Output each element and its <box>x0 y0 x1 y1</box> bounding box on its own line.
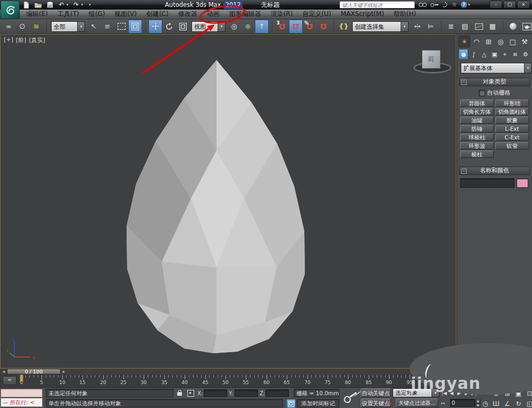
selection-filter-dropdown[interactable]: 全部 ▾ <box>51 21 85 32</box>
object-type-button-torus-knot[interactable]: 环形结 <box>495 99 529 107</box>
go-to-end-button[interactable]: ▶| <box>470 388 478 397</box>
menu-item-views[interactable]: 视图(V) <box>110 10 142 19</box>
material-editor-icon[interactable] <box>506 20 520 34</box>
panel-subtab-systems[interactable]: ⚙ <box>521 49 530 60</box>
key-filters-button[interactable]: 关键点过滤器... <box>396 398 438 407</box>
front-viewport[interactable]: [+] [前] [真实] <box>0 34 456 369</box>
teardrop-model[interactable] <box>1 35 456 368</box>
isolate-selection-icon[interactable] <box>286 399 296 408</box>
viewcube-face-label[interactable]: 前 <box>428 55 435 64</box>
select-and-scale-icon[interactable] <box>176 20 190 34</box>
select-and-link-icon[interactable]: ∞ <box>2 20 15 34</box>
select-and-manipulate-icon[interactable]: ⊕ <box>241 20 255 34</box>
next-frame-button[interactable]: ▶ <box>463 388 470 397</box>
listener-expand-icon[interactable]: < <box>30 398 34 406</box>
zoom-extents-icon[interactable]: ▣ <box>513 388 524 398</box>
close-button[interactable]: × <box>517 1 530 9</box>
play-button[interactable]: ▶ <box>455 388 463 397</box>
align-icon[interactable]: ⊨ <box>424 20 438 34</box>
go-to-start-button[interactable]: |◀ <box>440 388 448 397</box>
viewport-general-menu[interactable]: [+] <box>4 36 13 44</box>
maxscript-listener-line[interactable]: — 所在行: < <box>1 398 43 407</box>
menu-item-help[interactable]: 帮助(H) <box>389 10 421 19</box>
panel-subtab-helpers[interactable]: ⌖ <box>500 49 510 60</box>
menu-item-animation[interactable]: 动画 <box>202 10 225 19</box>
menu-item-modifiers[interactable]: 修改器 <box>173 10 202 19</box>
object-type-button-c-ext[interactable]: C-Ext <box>495 134 529 141</box>
object-type-button-ring-wave[interactable]: 环形波 <box>460 142 494 149</box>
select-and-rotate-icon[interactable] <box>162 20 176 34</box>
panel-subtab-lights[interactable]: △ <box>479 49 489 60</box>
graphite-ribbon-toggle-icon[interactable]: ▤ <box>458 20 472 34</box>
chevron-down-icon[interactable]: ▾ <box>218 22 225 31</box>
auto-key-button[interactable]: 自动关键点 <box>361 388 391 397</box>
menu-item-customize[interactable]: 自定义(U) <box>297 10 336 19</box>
x-coordinate-field[interactable] <box>204 389 227 397</box>
object-color-swatch[interactable] <box>517 179 528 188</box>
chevron-down-icon[interactable]: ▾ <box>401 22 408 31</box>
primitive-category-dropdown[interactable]: 扩展基本体 ▾ <box>461 63 532 73</box>
panel-subtab-cameras[interactable]: ▣ <box>489 49 499 60</box>
time-slider[interactable]: 0 / 100 <box>7 369 61 374</box>
zoom-icon[interactable]: ⊕ <box>491 388 502 398</box>
zoom-extents-all-icon[interactable]: ⊡ <box>524 388 532 398</box>
use-pivot-point-center-icon[interactable]: ◎ <box>227 20 241 34</box>
object-type-button-capsule[interactable]: 胶囊 <box>495 116 529 124</box>
name-color-rollout-header[interactable]: - 名称和颜色 <box>459 166 530 175</box>
menu-item-create[interactable]: 创建(C) <box>142 10 173 19</box>
current-frame-field[interactable] <box>450 399 475 407</box>
panel-tab-hierarchy[interactable]: ⊞ <box>483 36 494 47</box>
object-type-rollout-header[interactable]: - 对象类型 <box>459 78 530 86</box>
y-coordinate-field[interactable] <box>235 389 258 397</box>
panel-tab-create[interactable]: ☀ <box>459 36 470 47</box>
menu-item-rendering[interactable]: 渲染(R) <box>266 10 298 19</box>
panel-subtab-space-warps[interactable]: ≋ <box>510 49 520 60</box>
menu-item-edit[interactable]: 编辑(E) <box>21 10 53 19</box>
panel-tab-modify[interactable]: ◠ <box>471 36 483 47</box>
snap-toggle-3d-icon[interactable]: Ω3 <box>275 20 289 34</box>
redo-icon[interactable]: ↷ <box>72 1 80 9</box>
named-selection-sets-dropdown[interactable]: 创建选择集 ▾ <box>352 21 409 32</box>
pan-icon[interactable]: Ш <box>491 398 502 408</box>
key-filters-curve-icon[interactable]: ∿ <box>386 399 392 407</box>
rectangular-selection-region-icon[interactable] <box>114 20 128 34</box>
open-file-icon[interactable] <box>34 1 42 9</box>
curve-editor-icon[interactable] <box>472 20 486 34</box>
viewcube[interactable]: 前 <box>422 50 440 69</box>
selection-lock-icon[interactable] <box>177 392 182 396</box>
unlink-selection-icon[interactable]: ∅ <box>15 20 29 34</box>
set-keys-key-icon[interactable] <box>342 388 360 404</box>
time-slider-forward-button[interactable]: ▸ <box>61 369 66 374</box>
chevron-down-icon[interactable]: ▾ <box>77 22 85 31</box>
z-coordinate-field[interactable] <box>265 389 289 397</box>
object-type-button-hedra[interactable]: 异面体 <box>460 99 494 107</box>
track-bar[interactable]: ≈ 05101520253035404550556065707580859095… <box>0 374 532 388</box>
render-setup-icon[interactable] <box>520 20 532 34</box>
search-icon[interactable] <box>419 3 427 7</box>
bind-to-space-warp-icon[interactable]: ≋ <box>29 20 43 34</box>
orbit-icon[interactable]: ↻ <box>513 398 524 408</box>
collapse-icon[interactable]: - <box>461 80 467 85</box>
collapse-icon[interactable]: - <box>461 169 467 174</box>
edit-named-selection-sets-icon[interactable]: {} <box>337 20 351 34</box>
chevron-down-icon[interactable]: ▾ <box>524 63 531 73</box>
panel-tab-utilities[interactable]: ⚒ <box>519 36 530 47</box>
object-type-button-gengon[interactable]: 球棱柱 <box>460 134 494 141</box>
toolbar-options-icon[interactable]: ▾ <box>89 3 91 7</box>
percent-snap-icon[interactable]: Ω% <box>303 20 317 34</box>
help-dropdown-icon[interactable]: ▾ <box>468 3 470 7</box>
spinner-snap-icon[interactable]: Ω <box>317 20 330 34</box>
new-file-icon[interactable] <box>22 1 30 9</box>
menu-item-graph-editors[interactable]: 图形编辑器 <box>225 10 266 19</box>
object-type-button-chamfer-box[interactable]: 切角长方体 <box>460 108 494 115</box>
panel-subtab-geometry[interactable]: ● <box>459 49 468 60</box>
mirror-icon[interactable]: ▸|◂ <box>410 20 424 34</box>
viewport-pov-menu[interactable]: [前] <box>16 36 27 44</box>
spinner-up-icon[interactable]: ▲ <box>476 399 480 403</box>
panel-tab-display[interactable]: □ <box>507 36 519 47</box>
maximize-viewport-icon[interactable]: ◱ <box>524 398 532 408</box>
panel-subtab-shapes[interactable]: ∫ <box>469 49 478 60</box>
undo-dropdown-icon[interactable]: ▾ <box>66 3 69 7</box>
absolute-mode-toggle-icon[interactable] <box>187 390 194 397</box>
object-type-button-hose[interactable]: 软管 <box>495 142 529 149</box>
